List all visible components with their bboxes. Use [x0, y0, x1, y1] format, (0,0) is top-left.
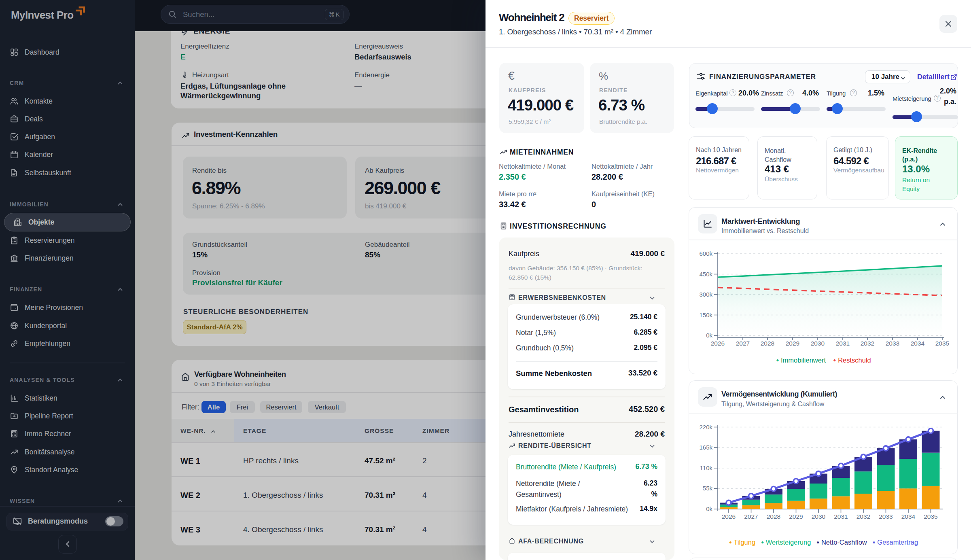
svg-text:2034: 2034	[901, 513, 916, 520]
svg-text:2028: 2028	[761, 340, 774, 347]
svg-text:0k: 0k	[706, 332, 712, 339]
svg-text:2027: 2027	[744, 513, 758, 520]
svg-text:0k: 0k	[706, 505, 712, 512]
svg-text:2030: 2030	[812, 513, 826, 520]
svg-text:2029: 2029	[786, 340, 799, 347]
svg-text:2030: 2030	[811, 340, 825, 347]
svg-text:2026: 2026	[722, 513, 736, 520]
svg-text:2028: 2028	[767, 513, 780, 520]
svg-text:2026: 2026	[711, 340, 725, 347]
svg-text:2035: 2035	[924, 513, 937, 520]
svg-text:300k: 300k	[699, 291, 712, 298]
svg-text:110k: 110k	[700, 465, 713, 471]
svg-text:220k: 220k	[699, 424, 712, 431]
svg-text:2032: 2032	[857, 513, 870, 520]
svg-text:2032: 2032	[861, 340, 874, 347]
svg-text:2035: 2035	[935, 340, 949, 347]
svg-text:2031: 2031	[836, 340, 850, 347]
svg-text:600k: 600k	[699, 250, 712, 257]
svg-text:55k: 55k	[703, 485, 713, 492]
svg-text:165k: 165k	[699, 444, 712, 451]
svg-text:2027: 2027	[736, 340, 750, 347]
svg-text:2033: 2033	[886, 340, 899, 347]
svg-text:450k: 450k	[699, 271, 712, 278]
svg-text:150k: 150k	[699, 312, 712, 318]
svg-text:2029: 2029	[789, 513, 803, 520]
svg-text:2031: 2031	[834, 513, 848, 520]
svg-text:2033: 2033	[879, 513, 893, 520]
svg-text:2034: 2034	[911, 340, 925, 347]
